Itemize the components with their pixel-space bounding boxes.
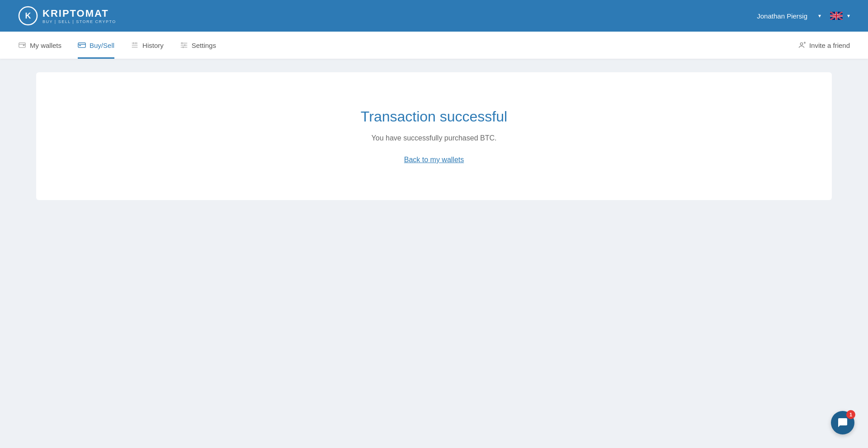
buy-sell-icon (78, 41, 86, 49)
history-icon (131, 41, 139, 49)
flag-icon (830, 12, 843, 20)
user-dropdown-arrow[interactable]: ▾ (818, 13, 821, 19)
header: K KRIPTOMAT BUY | SELL | STORE CRYPTO Jo… (0, 0, 868, 32)
user-name[interactable]: Jonathan Piersig (757, 12, 807, 20)
svg-text:K: K (25, 11, 31, 20)
main-content: Transaction successful You have successf… (0, 59, 868, 214)
logo-brand: KRIPTOMAT (42, 8, 116, 19)
svg-rect-8 (79, 45, 81, 46)
invite-friend-link[interactable]: Invite a friend (797, 41, 850, 49)
logo-tagline: BUY | SELL | STORE CRYPTO (42, 19, 116, 24)
svg-point-20 (800, 43, 802, 45)
settings-icon (180, 41, 188, 49)
chat-icon (837, 417, 848, 428)
nav-links: My wallets Buy/Sell History (18, 32, 216, 59)
back-to-wallets-link[interactable]: Back to my wallets (404, 156, 464, 164)
nav-label-settings: Settings (192, 42, 216, 49)
chat-badge: 1 (846, 410, 855, 419)
main-nav: My wallets Buy/Sell History (0, 32, 868, 59)
nav-item-buy-sell[interactable]: Buy/Sell (78, 32, 114, 59)
success-subtitle: You have successfully purchased BTC. (372, 134, 497, 142)
chat-button[interactable]: 1 (831, 411, 854, 434)
nav-item-history[interactable]: History (131, 32, 164, 59)
success-title: Transaction successful (361, 108, 507, 125)
header-right: Jonathan Piersig ▾ ▾ (757, 12, 850, 20)
logo-text: KRIPTOMAT BUY | SELL | STORE CRYPTO (42, 8, 116, 24)
nav-item-settings[interactable]: Settings (180, 32, 216, 59)
kriptomat-logo-icon: K (18, 6, 38, 26)
success-card: Transaction successful You have successf… (36, 72, 832, 200)
invite-icon (797, 41, 806, 49)
language-selector[interactable]: ▾ (830, 12, 850, 20)
nav-label-history: History (142, 42, 164, 49)
wallet-icon (18, 41, 26, 49)
nav-item-my-wallets[interactable]: My wallets (18, 32, 61, 59)
nav-label-buy-sell: Buy/Sell (90, 42, 114, 49)
logo[interactable]: K KRIPTOMAT BUY | SELL | STORE CRYPTO (18, 6, 116, 26)
invite-friend-label: Invite a friend (809, 42, 850, 49)
language-dropdown-arrow[interactable]: ▾ (847, 13, 850, 19)
nav-label-my-wallets: My wallets (30, 42, 61, 49)
